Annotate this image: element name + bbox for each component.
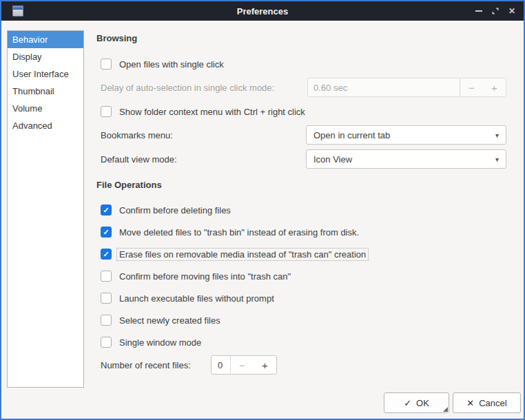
checkbox-row-select-new-files[interactable]: Select newly created files <box>101 314 223 326</box>
restore-button[interactable] <box>489 5 502 17</box>
checkbox-row-open-single-click[interactable]: Open files with single click <box>101 58 226 70</box>
checkbox-row-confirm-move-trash[interactable]: Confirm before moving files into "trash … <box>101 270 293 282</box>
category-list: Behavior Display User Interface Thumbnai… <box>7 30 84 388</box>
recent-files-plus-button[interactable]: + <box>254 356 276 374</box>
close-icon: ✕ <box>508 6 515 16</box>
bookmarks-menu-label: Bookmarks menu: <box>101 130 173 140</box>
checkbox-row-confirm-delete[interactable]: Confirm before deleting files <box>101 204 233 216</box>
checkbox-row-launch-executable[interactable]: Launch executable files without prompt <box>101 292 276 304</box>
delay-label: Delay of auto-selection in single click … <box>101 83 274 93</box>
preferences-dialog: Preferences ✕ Behavior Display User Inte… <box>0 0 525 420</box>
default-view-row: Default view mode: <box>101 149 177 169</box>
checkbox-label: Single window mode <box>117 337 203 348</box>
bookmarks-menu-dropdown[interactable]: Open in current tab ▾ <box>306 125 506 145</box>
close-button[interactable]: ✕ <box>506 5 518 17</box>
chevron-down-icon: ▾ <box>495 156 499 163</box>
checkbox-label: Show folder context menu with Ctrl + rig… <box>117 106 307 118</box>
restore-icon <box>491 7 500 15</box>
delay-spinbox: 0.60 sec − + <box>307 78 506 97</box>
default-view-label: Default view mode: <box>101 154 177 165</box>
checkbox-move-to-trash[interactable] <box>101 227 112 238</box>
sidebar-item-user-interface[interactable]: User Interface <box>8 65 83 83</box>
checkbox-label: Confirm before deleting files <box>117 204 233 216</box>
cancel-button[interactable]: ✕ Cancel <box>453 392 521 413</box>
checkbox-ctrl-right-click[interactable] <box>101 106 112 117</box>
delay-value: 0.60 sec <box>308 78 460 96</box>
delay-plus-button[interactable]: + <box>483 78 506 96</box>
browsing-section-header: Browsing <box>96 33 137 43</box>
checkbox-single-window[interactable] <box>101 337 112 348</box>
checkbox-label: Confirm before moving files into "trash … <box>117 271 293 282</box>
window-icon <box>12 6 23 17</box>
ok-button-label: OK <box>416 398 429 408</box>
checkbox-launch-executable[interactable] <box>101 293 112 304</box>
recent-files-value[interactable]: 0 <box>212 356 230 374</box>
window-title: Preferences <box>1 6 524 17</box>
checkbox-row-ctrl-right-click[interactable]: Show folder context menu with Ctrl + rig… <box>101 105 307 118</box>
default-button-marker <box>443 407 448 412</box>
checkbox-label: Move deleted files to "trash bin" instea… <box>117 227 361 238</box>
checkbox-label: Open files with single click <box>117 59 226 70</box>
recent-files-spinbox: 0 − + <box>211 355 277 375</box>
checkbox-label: Launch executable files without prompt <box>117 293 276 304</box>
checkbox-erase-removable[interactable] <box>101 249 112 260</box>
sidebar-item-display[interactable]: Display <box>8 48 83 65</box>
file-operations-section-header: File Operations <box>96 180 162 190</box>
bookmarks-menu-row: Bookmarks menu: <box>101 125 173 145</box>
recent-files-label: Number of recent files: <box>101 360 191 370</box>
checkbox-open-single-click[interactable] <box>101 59 112 70</box>
chevron-down-icon: ▾ <box>495 132 499 139</box>
sidebar-item-thumbnail[interactable]: Thumbnail <box>8 83 83 100</box>
delay-minus-button[interactable]: − <box>460 78 483 96</box>
title-bar[interactable]: Preferences ✕ <box>1 1 524 21</box>
checkbox-confirm-delete[interactable] <box>101 204 112 216</box>
checkbox-label: Select newly created files <box>117 315 223 326</box>
dropdown-value: Icon View <box>313 154 495 165</box>
checkbox-label: Erase files on removable media instead o… <box>117 249 368 260</box>
minimize-icon <box>475 10 482 12</box>
ok-button[interactable]: ✓ OK <box>384 392 449 413</box>
sidebar-item-behavior[interactable]: Behavior <box>8 31 83 48</box>
delay-row: Delay of auto-selection in single click … <box>101 78 274 97</box>
behavior-page: Browsing Open files with single click De… <box>96 21 506 419</box>
checkbox-select-new-files[interactable] <box>101 315 112 326</box>
checkbox-row-move-to-trash[interactable]: Move deleted files to "trash bin" instea… <box>101 226 361 238</box>
check-icon: ✓ <box>404 398 411 408</box>
window-controls: ✕ <box>473 1 518 21</box>
recent-files-minus-button[interactable]: − <box>231 356 254 374</box>
sidebar-item-advanced[interactable]: Advanced <box>8 117 83 134</box>
default-view-dropdown[interactable]: Icon View ▾ <box>306 149 506 169</box>
checkbox-confirm-move-trash[interactable] <box>101 271 112 282</box>
checkbox-row-erase-removable[interactable]: Erase files on removable media instead o… <box>101 248 368 260</box>
dropdown-value: Open in current tab <box>313 130 495 140</box>
recent-files-row: Number of recent files: <box>101 355 191 375</box>
cancel-button-label: Cancel <box>479 398 506 408</box>
checkbox-row-single-window[interactable]: Single window mode <box>101 336 203 348</box>
sidebar-item-volume[interactable]: Volume <box>8 100 83 117</box>
close-icon: ✕ <box>466 398 474 408</box>
minimize-button[interactable] <box>473 5 485 17</box>
